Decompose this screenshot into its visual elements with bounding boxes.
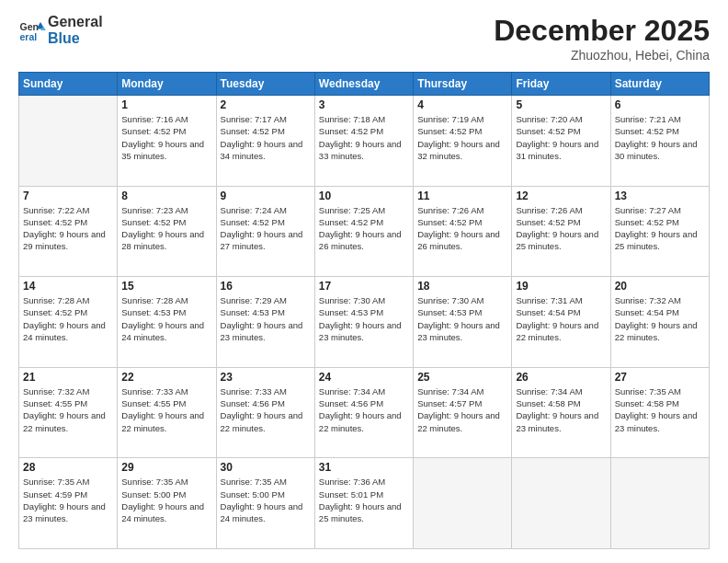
- table-row: 31Sunrise: 7:36 AMSunset: 5:01 PMDayligh…: [314, 458, 413, 549]
- table-row: [610, 458, 709, 549]
- day-info: Sunrise: 7:17 AMSunset: 4:52 PMDaylight:…: [221, 113, 311, 162]
- calendar-week-row: 1Sunrise: 7:16 AMSunset: 4:52 PMDaylight…: [19, 96, 710, 187]
- day-info: Sunrise: 7:28 AMSunset: 4:52 PMDaylight:…: [23, 294, 113, 343]
- table-row: 23Sunrise: 7:33 AMSunset: 4:56 PMDayligh…: [216, 367, 314, 458]
- col-friday: Friday: [512, 73, 610, 96]
- day-info: Sunrise: 7:27 AMSunset: 4:52 PMDaylight:…: [615, 204, 705, 253]
- day-number: 22: [121, 371, 211, 384]
- table-row: 25Sunrise: 7:34 AMSunset: 4:57 PMDayligh…: [414, 367, 512, 458]
- day-info: Sunrise: 7:33 AMSunset: 4:56 PMDaylight:…: [221, 385, 311, 434]
- day-info: Sunrise: 7:25 AMSunset: 4:52 PMDaylight:…: [319, 204, 409, 253]
- day-info: Sunrise: 7:34 AMSunset: 4:58 PMDaylight:…: [516, 385, 606, 434]
- day-number: 19: [516, 280, 606, 293]
- table-row: 22Sunrise: 7:33 AMSunset: 4:55 PMDayligh…: [118, 367, 216, 458]
- day-number: 11: [417, 190, 507, 202]
- day-info: Sunrise: 7:16 AMSunset: 4:52 PMDaylight:…: [121, 113, 211, 162]
- day-number: 24: [319, 371, 409, 384]
- col-sunday: Sunday: [19, 73, 118, 96]
- day-number: 27: [615, 371, 705, 384]
- svg-text:eral: eral: [20, 30, 38, 41]
- day-info: Sunrise: 7:34 AMSunset: 4:56 PMDaylight:…: [319, 385, 409, 434]
- day-number: 21: [23, 371, 113, 384]
- day-info: Sunrise: 7:36 AMSunset: 5:01 PMDaylight:…: [319, 476, 409, 524]
- table-row: 28Sunrise: 7:35 AMSunset: 4:59 PMDayligh…: [19, 458, 118, 549]
- month-title: December 2025: [494, 14, 710, 48]
- day-info: Sunrise: 7:23 AMSunset: 4:52 PMDaylight:…: [121, 204, 211, 253]
- day-info: Sunrise: 7:30 AMSunset: 4:53 PMDaylight:…: [417, 294, 507, 343]
- table-row: 12Sunrise: 7:26 AMSunset: 4:52 PMDayligh…: [512, 186, 610, 277]
- table-row: 4Sunrise: 7:19 AMSunset: 4:52 PMDaylight…: [414, 96, 512, 187]
- day-number: 5: [516, 98, 606, 111]
- day-info: Sunrise: 7:18 AMSunset: 4:52 PMDaylight:…: [319, 113, 409, 162]
- location: Zhuozhou, Hebei, China: [494, 48, 710, 63]
- table-row: 10Sunrise: 7:25 AMSunset: 4:52 PMDayligh…: [314, 186, 413, 277]
- day-number: 20: [615, 280, 705, 293]
- calendar-week-row: 21Sunrise: 7:32 AMSunset: 4:55 PMDayligh…: [19, 367, 710, 458]
- day-info: Sunrise: 7:32 AMSunset: 4:55 PMDaylight:…: [23, 385, 113, 434]
- day-number: 26: [516, 371, 606, 384]
- day-number: 31: [319, 461, 409, 474]
- day-info: Sunrise: 7:30 AMSunset: 4:53 PMDaylight:…: [319, 294, 409, 343]
- day-number: 28: [23, 461, 113, 474]
- day-info: Sunrise: 7:26 AMSunset: 4:52 PMDaylight:…: [516, 204, 606, 253]
- table-row: 5Sunrise: 7:20 AMSunset: 4:52 PMDaylight…: [512, 96, 610, 187]
- table-row: 13Sunrise: 7:27 AMSunset: 4:52 PMDayligh…: [610, 186, 709, 277]
- day-number: 10: [319, 190, 409, 202]
- day-info: Sunrise: 7:29 AMSunset: 4:53 PMDaylight:…: [221, 294, 311, 343]
- day-info: Sunrise: 7:35 AMSunset: 5:00 PMDaylight:…: [221, 476, 311, 524]
- day-number: 15: [121, 280, 211, 293]
- table-row: 24Sunrise: 7:34 AMSunset: 4:56 PMDayligh…: [314, 367, 413, 458]
- header: Gen eral General Blue December 2025 Zhuo…: [18, 14, 710, 63]
- day-info: Sunrise: 7:20 AMSunset: 4:52 PMDaylight:…: [516, 113, 606, 162]
- day-info: Sunrise: 7:24 AMSunset: 4:52 PMDaylight:…: [221, 204, 311, 253]
- day-info: Sunrise: 7:34 AMSunset: 4:57 PMDaylight:…: [417, 385, 507, 434]
- col-wednesday: Wednesday: [314, 73, 413, 96]
- day-number: 13: [615, 190, 705, 202]
- logo: Gen eral General Blue: [18, 14, 103, 46]
- day-info: Sunrise: 7:35 AMSunset: 4:59 PMDaylight:…: [23, 476, 113, 524]
- table-row: 30Sunrise: 7:35 AMSunset: 5:00 PMDayligh…: [216, 458, 314, 549]
- day-info: Sunrise: 7:21 AMSunset: 4:52 PMDaylight:…: [615, 113, 705, 162]
- day-info: Sunrise: 7:26 AMSunset: 4:52 PMDaylight:…: [417, 204, 507, 253]
- table-row: 14Sunrise: 7:28 AMSunset: 4:52 PMDayligh…: [19, 277, 118, 368]
- table-row: 20Sunrise: 7:32 AMSunset: 4:54 PMDayligh…: [610, 277, 709, 368]
- day-info: Sunrise: 7:33 AMSunset: 4:55 PMDaylight:…: [121, 385, 211, 434]
- day-number: 1: [121, 98, 211, 111]
- day-number: 23: [221, 371, 311, 384]
- calendar-header-row: Sunday Monday Tuesday Wednesday Thursday…: [19, 73, 710, 96]
- logo-icon: Gen eral: [18, 17, 46, 44]
- col-thursday: Thursday: [414, 73, 512, 96]
- day-info: Sunrise: 7:31 AMSunset: 4:54 PMDaylight:…: [516, 294, 606, 343]
- logo-line1: General: [48, 14, 103, 30]
- day-number: 17: [319, 280, 409, 293]
- table-row: 26Sunrise: 7:34 AMSunset: 4:58 PMDayligh…: [512, 367, 610, 458]
- col-saturday: Saturday: [610, 73, 709, 96]
- day-number: 6: [615, 98, 705, 111]
- table-row: [414, 458, 512, 549]
- table-row: 7Sunrise: 7:22 AMSunset: 4:52 PMDaylight…: [19, 186, 118, 277]
- calendar-week-row: 7Sunrise: 7:22 AMSunset: 4:52 PMDaylight…: [19, 186, 710, 277]
- day-info: Sunrise: 7:35 AMSunset: 5:00 PMDaylight:…: [121, 476, 211, 524]
- table-row: 6Sunrise: 7:21 AMSunset: 4:52 PMDaylight…: [610, 96, 709, 187]
- day-info: Sunrise: 7:32 AMSunset: 4:54 PMDaylight:…: [615, 294, 705, 343]
- calendar-table: Sunday Monday Tuesday Wednesday Thursday…: [18, 72, 710, 549]
- page: Gen eral General Blue December 2025 Zhuo…: [0, 0, 728, 563]
- day-number: 25: [417, 371, 507, 384]
- day-number: 14: [23, 280, 113, 293]
- table-row: 16Sunrise: 7:29 AMSunset: 4:53 PMDayligh…: [216, 277, 314, 368]
- col-tuesday: Tuesday: [216, 73, 314, 96]
- day-number: 7: [23, 190, 113, 202]
- table-row: 11Sunrise: 7:26 AMSunset: 4:52 PMDayligh…: [414, 186, 512, 277]
- day-info: Sunrise: 7:28 AMSunset: 4:53 PMDaylight:…: [121, 294, 211, 343]
- table-row: 19Sunrise: 7:31 AMSunset: 4:54 PMDayligh…: [512, 277, 610, 368]
- day-info: Sunrise: 7:22 AMSunset: 4:52 PMDaylight:…: [23, 204, 113, 253]
- day-number: 16: [221, 280, 311, 293]
- table-row: 27Sunrise: 7:35 AMSunset: 4:58 PMDayligh…: [610, 367, 709, 458]
- day-number: 12: [516, 190, 606, 202]
- table-row: 3Sunrise: 7:18 AMSunset: 4:52 PMDaylight…: [314, 96, 413, 187]
- day-number: 2: [221, 98, 311, 111]
- table-row: 2Sunrise: 7:17 AMSunset: 4:52 PMDaylight…: [216, 96, 314, 187]
- day-number: 4: [417, 98, 507, 111]
- table-row: 1Sunrise: 7:16 AMSunset: 4:52 PMDaylight…: [118, 96, 216, 187]
- table-row: 21Sunrise: 7:32 AMSunset: 4:55 PMDayligh…: [19, 367, 118, 458]
